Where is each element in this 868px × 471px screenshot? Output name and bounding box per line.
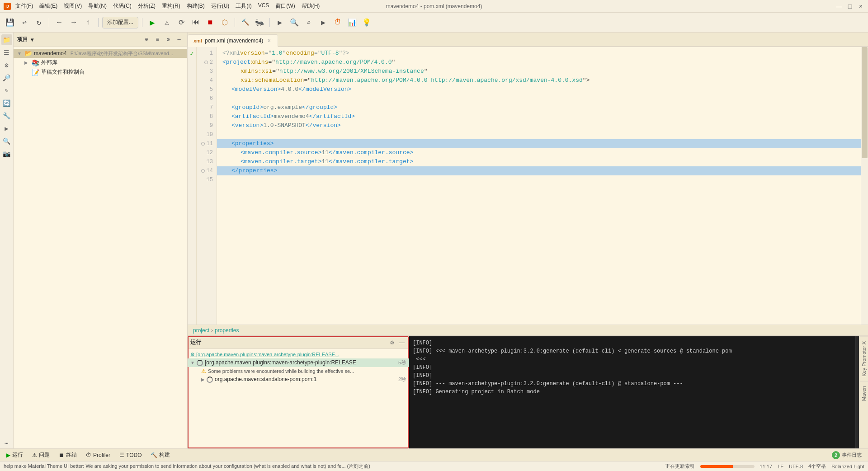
minimize-button[interactable]: — bbox=[835, 3, 843, 10]
menu-window[interactable]: 窗口(W) bbox=[273, 1, 297, 11]
status-todo-button[interactable]: ☰ TODO bbox=[117, 451, 144, 459]
reload-button[interactable]: ⟳ bbox=[175, 16, 188, 29]
menu-tools[interactable]: 工具(I) bbox=[233, 1, 254, 11]
step-back-button[interactable]: ⏮ bbox=[189, 16, 202, 29]
replace-button[interactable]: ⌕ bbox=[302, 16, 315, 29]
project-title-label: 项目 bbox=[17, 36, 28, 43]
ant-button[interactable]: 🐜 bbox=[253, 16, 266, 29]
save-all-button[interactable]: 💾 bbox=[4, 16, 16, 29]
status-end-button[interactable]: ⏹ 终结 bbox=[56, 450, 80, 460]
coverage-button[interactable]: 📊 bbox=[346, 16, 359, 29]
run-time-main: 5秒 bbox=[398, 359, 406, 366]
sidebar-icon-7[interactable]: ▶ bbox=[1, 123, 12, 134]
menu-build[interactable]: 构建(B) bbox=[184, 1, 208, 11]
stop-button[interactable]: ■ bbox=[204, 16, 217, 29]
menu-code[interactable]: 代码(C) bbox=[110, 1, 134, 11]
run-item-child[interactable]: ▶ org.apache.maven:standalone-pom:pom:1 … bbox=[188, 375, 409, 384]
menu-file[interactable]: 文件(F) bbox=[13, 1, 36, 11]
sidebar-icon-5[interactable]: 🔄 bbox=[1, 98, 12, 108]
panel-locate-icon[interactable]: ⊕ bbox=[142, 35, 151, 44]
fold-indicator-14[interactable] bbox=[201, 169, 205, 173]
status-issues-button[interactable]: ⚠ 问题 bbox=[29, 450, 52, 460]
breadcrumb-properties[interactable]: properties bbox=[215, 327, 239, 334]
breadcrumb-project[interactable]: project bbox=[193, 327, 209, 334]
profiler-toolbar-button[interactable]: ⏱ bbox=[331, 16, 344, 29]
menu-vcs[interactable]: VCS bbox=[255, 1, 272, 11]
up-button[interactable]: ↑ bbox=[82, 16, 94, 29]
run-panel-header: 运行 ⚙ — bbox=[188, 336, 409, 349]
vtab-key-promoter[interactable]: Key Promoter X bbox=[860, 336, 868, 381]
sidebar-project-icon[interactable]: 📁 bbox=[1, 34, 12, 45]
heap-button[interactable]: 💡 bbox=[360, 16, 373, 29]
close-button[interactable]: × bbox=[857, 3, 864, 10]
line-num-14: 14 bbox=[197, 166, 217, 175]
run-panel-title: 运行 bbox=[190, 339, 201, 346]
menu-refactor[interactable]: 重构(R) bbox=[159, 1, 183, 11]
sidebar-icon-8[interactable]: 🔍 bbox=[1, 136, 12, 146]
sync-button[interactable]: ↻ bbox=[33, 16, 45, 29]
run-item-top-link[interactable]: ⚙ [org.apache.maven.plugins:maven-archet… bbox=[188, 351, 409, 358]
sidebar-icon-6[interactable]: 🔧 bbox=[1, 110, 12, 121]
sidebar-expand-icon[interactable]: ⋯ bbox=[1, 438, 12, 448]
tab-pom-xml[interactable]: xml pom.xml (mavendemo4) × bbox=[188, 34, 278, 47]
tree-item-external-libs[interactable]: ▶ 📚 外部库 bbox=[21, 58, 187, 67]
tree-item-scratch[interactable]: ▶ 📝 草稿文件和控制台 bbox=[21, 67, 187, 77]
project-dropdown-icon[interactable]: ▾ bbox=[31, 37, 33, 43]
run-label-child: org.apache.maven:standalone-pom:pom:1 bbox=[215, 376, 396, 382]
panel-collapse-icon[interactable]: ≡ bbox=[153, 35, 162, 44]
toolbar: 💾 ↩ ↻ ← → ↑ 添加配置... ▶ ⚠ ⟳ ⏮ ■ ⬡ 🔨 🐜 ▶ 🔍 … bbox=[0, 13, 868, 33]
run-panel-settings-icon[interactable]: ⚙ bbox=[388, 339, 396, 347]
code-line-11: <properties> bbox=[217, 139, 861, 148]
menu-analyze[interactable]: 分析(Z) bbox=[135, 1, 158, 11]
menu-view[interactable]: 视图(V) bbox=[61, 1, 85, 11]
debug-button[interactable]: ⚠ bbox=[160, 16, 173, 29]
run-arrow-child: ▶ bbox=[201, 377, 205, 382]
build-icon: 🔨 bbox=[151, 452, 157, 458]
sidebar-icon-2[interactable]: ⚙ bbox=[1, 60, 12, 71]
logo-text: IJ bbox=[5, 4, 9, 9]
menu-edit[interactable]: 编辑(E) bbox=[37, 1, 60, 11]
forward-button[interactable]: → bbox=[67, 16, 80, 29]
project-panel-header: 项目 ▾ ⊕ ≡ ⚙ — bbox=[14, 33, 187, 47]
status-profiler-button[interactable]: ⏱ Profiler bbox=[83, 451, 113, 459]
tree-item-root[interactable]: ▼ 📂 mavendemo4 F:\Java程序\软件开发架构平台\SSM\ma… bbox=[14, 49, 187, 58]
sidebar-icon-4[interactable]: ✎ bbox=[1, 85, 12, 96]
revert-button[interactable]: ↩ bbox=[18, 16, 31, 29]
vtab-maven[interactable]: Maven bbox=[860, 381, 868, 405]
run3-button[interactable]: ▶ bbox=[317, 16, 330, 29]
event-log-button[interactable]: 2 事件日志 bbox=[829, 450, 864, 460]
run2-button[interactable]: ▶ bbox=[274, 16, 286, 29]
add-config-button[interactable]: 添加配置... bbox=[102, 17, 138, 28]
panel-minimize-icon[interactable]: — bbox=[175, 35, 184, 44]
menu-run[interactable]: 运行(U) bbox=[208, 1, 232, 11]
panel-settings-icon[interactable]: ⚙ bbox=[164, 35, 173, 44]
status-build-button[interactable]: 🔨 构建 bbox=[148, 450, 173, 460]
log-scrollbar[interactable] bbox=[855, 336, 859, 448]
line-num-2: 2 bbox=[197, 58, 217, 67]
tab-close-button[interactable]: × bbox=[266, 38, 272, 44]
build-button[interactable]: 🔨 bbox=[239, 16, 251, 29]
menu-help[interactable]: 帮助(H) bbox=[299, 1, 323, 11]
menu-navigate[interactable]: 导航(N) bbox=[85, 1, 109, 11]
editor-scrollbar[interactable] bbox=[861, 47, 868, 325]
line-numbers: 1 2 3 4 5 6 7 8 9 10 11 12 13 14 bbox=[197, 47, 217, 325]
editor-gutter: ✓ bbox=[188, 47, 197, 325]
hint-bar: help make Material Theme UI better: We a… bbox=[0, 461, 868, 471]
fold-indicator-11[interactable] bbox=[201, 142, 205, 146]
breadcrumb-sep: › bbox=[211, 327, 213, 334]
maximize-button[interactable]: □ bbox=[846, 3, 854, 10]
run-panel-close-icon[interactable]: — bbox=[398, 339, 406, 347]
sidebar-icon-1[interactable]: ☰ bbox=[1, 47, 12, 58]
run-item-main[interactable]: ▼ [org.apache.maven.plugins:maven-archet… bbox=[188, 358, 409, 367]
code-content[interactable]: <?xml version="1.0" encoding="UTF-8"?> <… bbox=[217, 47, 861, 325]
search-button[interactable]: 🔍 bbox=[288, 16, 301, 29]
run-warning-item: ⚠ Some problems were encountered while b… bbox=[188, 367, 409, 375]
run-button[interactable]: ▶ bbox=[146, 16, 159, 29]
attach-button[interactable]: ⬡ bbox=[218, 16, 231, 29]
fold-indicator-2[interactable] bbox=[204, 61, 208, 64]
log-content[interactable]: [INFO] [INFO] <<< maven-archetype-plugin… bbox=[409, 336, 855, 448]
sidebar-icon-3[interactable]: 🔎 bbox=[1, 72, 12, 83]
back-button[interactable]: ← bbox=[53, 16, 66, 29]
sidebar-icon-9[interactable]: 📷 bbox=[1, 148, 12, 159]
status-run-button[interactable]: ▶ 运行 bbox=[4, 450, 26, 460]
